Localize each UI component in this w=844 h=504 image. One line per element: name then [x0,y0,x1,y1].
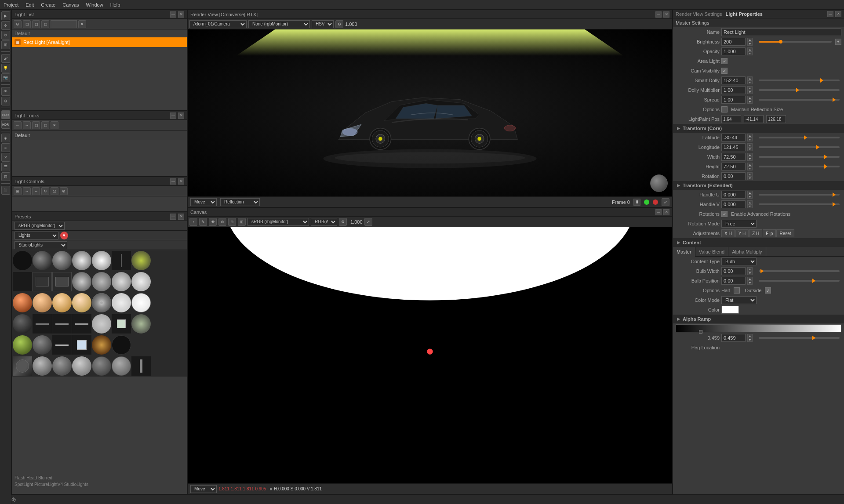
preset-item-32[interactable] [72,335,91,355]
peg-value-slider[interactable] [759,337,840,339]
brightness-slider-track[interactable] [759,41,832,43]
preset-item-5[interactable] [92,251,111,270]
content-type-select[interactable]: Bulb [721,257,757,265]
preset-item-35[interactable] [13,356,32,376]
preset-item-39[interactable] [92,356,111,376]
content-section-collapse[interactable]: ▶ [676,240,681,245]
color-mode-select[interactable]: Flat [721,296,757,304]
latitude-up[interactable]: ▲ [747,134,753,138]
lightpaint-y-input[interactable] [744,115,764,123]
opacity-stepper-up[interactable]: ▲ [747,47,753,51]
width-input[interactable] [721,153,746,161]
controls-btn-5[interactable]: ◎ [51,187,58,195]
controls-btn-6[interactable]: ⊛ [60,187,68,195]
preset-item-14[interactable] [131,272,151,291]
preset-item-37[interactable] [52,356,72,376]
light-controls-minimize[interactable]: — [170,178,176,185]
looks-btn-2[interactable]: → [23,121,31,129]
longitude-down[interactable]: ▼ [747,147,753,151]
render-color-select[interactable]: None (rgbMonitor) [248,20,310,28]
transform-extended-collapse[interactable]: ▶ [676,183,681,188]
preset-item-29[interactable] [13,335,32,355]
preset-item-6[interactable] [112,251,131,270]
canvas-eye-btn[interactable]: 👁 [209,218,217,226]
preset-item-15[interactable] [13,293,32,312]
controls-btn-1[interactable]: ⊞ [14,187,22,195]
longitude-slider[interactable] [759,146,840,148]
handle-v-slider[interactable] [759,203,840,205]
preset-item-34[interactable] [112,335,131,355]
eye-tool[interactable]: 👁 [1,87,10,96]
close-tool[interactable]: ✕ [1,153,10,162]
options-checkbox[interactable] [721,106,728,112]
bulb-width-up[interactable]: ▲ [747,267,753,271]
color-swatch[interactable] [721,306,739,314]
height-input[interactable] [721,163,746,170]
name-value[interactable]: Rect Light [721,28,841,36]
light-tool[interactable]: 💡 [1,64,10,73]
presets-close[interactable]: ✕ [178,214,184,220]
move-tool[interactable]: ✛ [1,21,10,30]
brightness-stepper-up[interactable]: ▲ [747,38,753,42]
opacity-stepper[interactable]: ▲ ▼ [747,47,755,55]
menu-project[interactable]: Project [4,2,18,7]
preset-item-18[interactable] [72,293,91,312]
longitude-input[interactable] [721,143,746,151]
adj-zh-btn[interactable]: Z H [749,229,762,237]
brightness-stepper[interactable]: ▲ ▼ [747,38,755,46]
spread-stepper[interactable]: ▲ ▼ [747,96,755,104]
bulb-width-stepper[interactable]: ▲ ▼ [747,267,755,275]
render-hsv-select[interactable]: HSV [312,20,334,28]
bulb-width-down[interactable]: ▼ [747,271,753,275]
misc-tool[interactable]: ◈ [1,134,10,142]
lightpaint-x-input[interactable] [721,115,741,123]
light-looks-minimize[interactable]: — [170,112,176,119]
menu-help[interactable]: Help [110,2,120,7]
rotation-down[interactable]: ▼ [747,176,753,180]
preset-item-19[interactable] [92,293,111,312]
canvas-paint-btn[interactable]: ✎ [199,218,207,226]
width-stepper[interactable]: ▲ ▼ [747,153,755,161]
lightpaint-z-input[interactable] [766,115,786,123]
presets-studiolights-dropdown[interactable]: StudioLights [15,241,67,249]
presets-lights-dropdown[interactable]: Lights [15,232,58,239]
preset-item-25[interactable] [72,314,91,334]
preset-item-23[interactable] [33,314,52,334]
looks-btn-1[interactable]: ← [14,121,22,129]
light-looks-close[interactable]: ✕ [178,112,184,119]
preset-item-27[interactable] [112,314,131,334]
preset-item-36[interactable] [33,356,52,376]
rotation-input[interactable] [721,172,746,180]
latitude-slider[interactable] [759,137,840,138]
content-tab-value-blend[interactable]: Value Blend [695,247,729,257]
preset-item-20[interactable] [112,293,131,312]
dolly-multiplier-input[interactable] [721,86,746,94]
height-stepper[interactable]: ▲ ▼ [747,163,755,170]
latitude-input[interactable] [721,134,746,141]
rotation-stepper[interactable]: ▲ ▼ [747,172,755,180]
alpha-ramp-handle[interactable] [699,330,702,334]
adj-yh-btn[interactable]: Y H [735,229,749,237]
render-expand-btn[interactable]: ⤢ [662,198,669,206]
canvas-bottom-move[interactable]: Move [190,485,217,493]
longitude-stepper[interactable]: ▲ ▼ [747,143,755,151]
smart-dolly-slider[interactable] [759,80,840,81]
canvas-close[interactable]: ✕ [663,209,669,215]
rotate-tool[interactable]: ↻ [1,31,10,40]
light-looks-item-default[interactable]: Default [12,131,187,140]
canvas-left-toolbar-btn[interactable]: ↕ [189,218,197,226]
canvas-settings-btn[interactable]: ⚙ [339,218,347,226]
presets-minimize[interactable]: — [170,214,176,220]
smart-dolly-stepper-up[interactable]: ▲ [747,76,753,80]
controls-btn-2[interactable]: → [23,187,31,195]
presets-color-dropdown[interactable]: sRGB (rbgMonitor) [15,222,65,230]
menu-window[interactable]: Window [86,2,103,7]
controls-btn-3[interactable]: ↔ [32,187,40,195]
light-list-minimize[interactable]: — [170,11,176,18]
preset-item-21[interactable] [131,293,151,312]
width-slider[interactable] [759,156,840,158]
cam-visibility-checkbox[interactable]: ✓ [721,68,728,74]
preset-item-1[interactable] [13,251,32,270]
preset-item-38[interactable] [72,356,91,376]
preset-item-26[interactable] [92,314,111,334]
